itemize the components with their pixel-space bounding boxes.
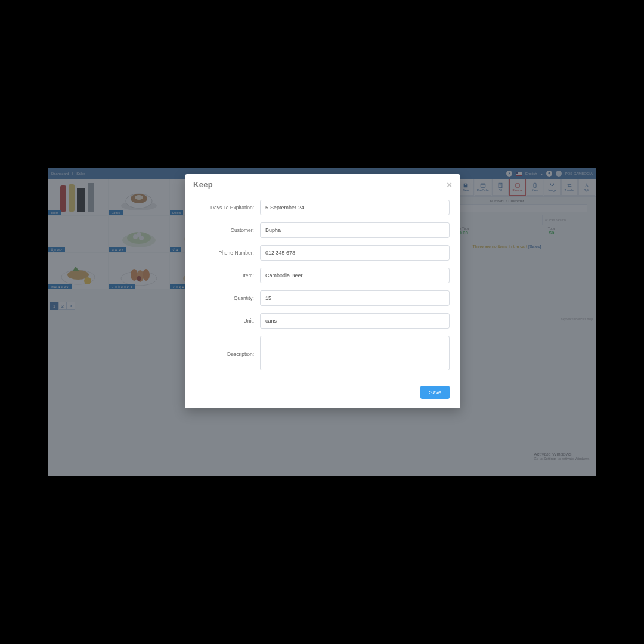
days-input[interactable]: [260, 200, 450, 215]
save-button[interactable]: Save: [420, 386, 450, 399]
close-icon[interactable]: ×: [447, 180, 452, 189]
days-label: Days To Expiration:: [196, 205, 260, 210]
description-input[interactable]: [260, 336, 450, 370]
item-input[interactable]: [260, 268, 450, 283]
quantity-label: Quantity:: [196, 295, 260, 301]
app-window: Dashboard | Sales English ▾ POS CAMBODIA…: [48, 168, 596, 476]
modal-title: Keep: [193, 180, 213, 189]
quantity-input[interactable]: [260, 290, 450, 306]
unit-label: Unit:: [196, 318, 260, 324]
description-label: Description:: [196, 351, 260, 357]
unit-input[interactable]: [260, 313, 450, 329]
phone-input[interactable]: [260, 245, 450, 261]
item-label: Item:: [196, 273, 260, 278]
keep-modal: Keep × Days To Expiration: Customer: Pho…: [185, 174, 460, 408]
customer-label: Customer:: [196, 227, 260, 233]
phone-label: Phone Number:: [196, 250, 260, 256]
customer-input[interactable]: [260, 222, 450, 238]
